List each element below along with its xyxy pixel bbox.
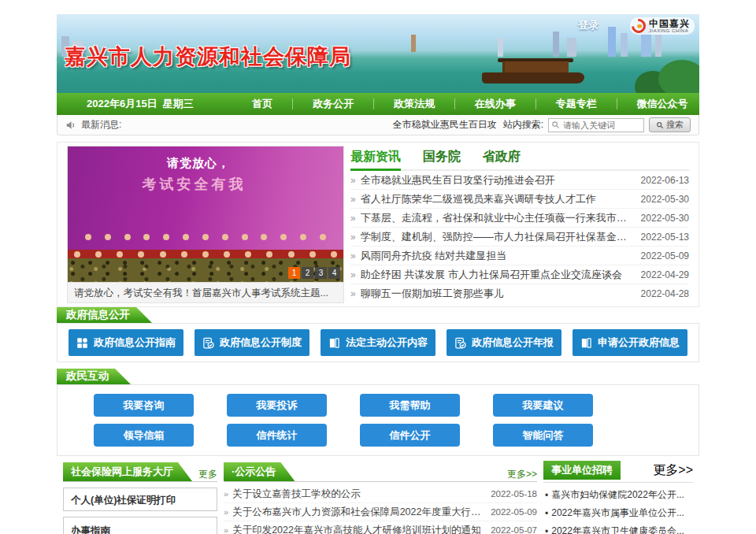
gov-info-section: 政府信息公开 政府信息公开指南 政府信息公开制度 法定主动公开内容 政府信息公开…: [57, 307, 699, 362]
news-item[interactable]: » 风雨同舟齐抗疫 结对共建显担当 2022-05-09: [350, 247, 689, 265]
public-notice-more-link[interactable]: 更多>>: [507, 468, 537, 481]
need-help-button[interactable]: 我需帮助: [360, 394, 460, 417]
recruitment-item-title[interactable]: 2022年嘉兴市卫生健康委员会...: [551, 525, 684, 534]
gov-info-guide-button[interactable]: 政府信息公开指南: [69, 329, 183, 356]
nav-item-policy[interactable]: 政策法规: [391, 97, 438, 111]
notice-item[interactable]: » 关于公布嘉兴市人力资源和社会保障局2022年度重大行政决策事... 2022…: [224, 503, 537, 521]
site-title: 嘉兴市人力资源和社会保障局: [65, 43, 351, 71]
nav-item-special[interactable]: 专题专栏: [553, 97, 600, 111]
request-disclosure-button[interactable]: 申请公开政府信息: [573, 329, 687, 356]
double-arrow-icon: »: [350, 175, 356, 186]
news-item-date: 2022-05-30: [633, 194, 689, 205]
button-label: 法定主动公开内容: [346, 336, 428, 350]
pager-page-3[interactable]: 3: [315, 267, 327, 279]
nav-separator: [617, 98, 617, 109]
public-notice-panel-title: ·公示公告: [224, 462, 295, 481]
interaction-buttons: 我要咨询 我要投诉 我需帮助 我要建议 领导信箱 信件统计 信件公开 智能问答: [57, 384, 699, 456]
pager-page-4[interactable]: 4: [328, 267, 340, 279]
recruitment-item[interactable]: • 嘉兴市妇幼保健院2022年公开...: [543, 486, 693, 504]
news-item[interactable]: » 学制度、建机制、强防控——市人力社保局召开社保基金要情专题学习会 2022-…: [350, 228, 689, 247]
news-item[interactable]: » 聊聊五一假期加班工资那些事儿 2022-04-28: [350, 284, 689, 303]
jiaxing-logo-icon: [628, 16, 648, 35]
button-label: 政府信息公开制度: [220, 336, 302, 350]
legal-disclosure-button[interactable]: 法定主动公开内容: [321, 329, 435, 356]
tab-state-council[interactable]: 国务院: [423, 146, 461, 169]
news-item-title[interactable]: 聊聊五一假期加班工资那些事儿: [361, 287, 504, 301]
leader-mailbox-button[interactable]: 领导信箱: [94, 424, 194, 447]
news-item[interactable]: » 省人社厅陈荣华二级巡视员来嘉兴调研专技人才工作 2022-05-30: [350, 190, 689, 209]
social-insurance-item-print[interactable]: 个人(单位)社保证明打印: [63, 488, 217, 511]
book-icon: [328, 337, 340, 349]
double-arrow-icon: »: [350, 288, 356, 299]
complaint-button[interactable]: 我要投诉: [227, 394, 327, 417]
login-link[interactable]: 登录: [578, 18, 598, 32]
skyline-building: [655, 35, 662, 57]
suggestion-button[interactable]: 我要建议: [493, 394, 593, 417]
news-item-title[interactable]: 下基层、走流程，省社保和就业中心主任项薇一行来我市调研“国统”上线情况: [361, 211, 633, 225]
letter-disclosure-button[interactable]: 信件公开: [360, 424, 460, 447]
search-button[interactable]: 搜索: [649, 117, 691, 132]
recruitment-more-link[interactable]: 更多>>: [653, 462, 693, 479]
news-tabs: 最新资讯 国务院 省政府: [350, 146, 689, 171]
carousel-photo[interactable]: 请党放心， 考试安全有我: [68, 146, 343, 282]
double-arrow-icon: »: [350, 269, 356, 280]
news-item[interactable]: » 助企纾困 共谋发展 市人力社保局召开重点企业交流座谈会 2022-04-29: [350, 265, 689, 284]
letter-stats-button[interactable]: 信件统计: [227, 424, 327, 447]
ticker-label: 最新消息:: [81, 118, 121, 132]
news-item-title[interactable]: 学制度、建机制、强防控——市人力社保局召开社保基金要情专题学习会: [361, 230, 633, 244]
notice-item-date: 2022-05-07: [484, 525, 537, 534]
recruitment-item[interactable]: • 2022年嘉兴市卫生健康委员会...: [543, 522, 693, 534]
news-item[interactable]: » 下基层、走流程，省社保和就业中心主任项薇一行来我市调研“国统”上线情况 20…: [350, 209, 689, 228]
bullet-icon: •: [545, 526, 548, 534]
annual-report-button[interactable]: 政府信息公开年报: [447, 329, 561, 356]
recruitment-item-title[interactable]: 2022年嘉兴市属事业单位公开...: [551, 506, 684, 520]
news-item-date: 2022-06-13: [633, 175, 689, 186]
ticker-message[interactable]: 全市稳就业惠民生百日攻: [393, 118, 497, 132]
pager-page-2[interactable]: 2: [302, 267, 313, 279]
nav-item-wechat[interactable]: 微信公众号: [634, 97, 691, 111]
nav-item-home[interactable]: 首页: [249, 97, 276, 111]
double-arrow-icon: »: [224, 489, 228, 499]
recruitment-item[interactable]: • 2022年嘉兴市属事业单位公开...: [543, 504, 693, 522]
news-item[interactable]: » 全市稳就业惠民生百日攻坚行动推进会召开 2022-06-13: [350, 171, 689, 190]
search-input[interactable]: [548, 118, 644, 132]
double-arrow-icon: »: [350, 250, 356, 261]
navbar-items: 首页 政务公开 政策法规 在线办事 专题专栏 微信公众号: [241, 97, 699, 111]
nav-separator: [536, 98, 536, 109]
news-item-date: 2022-04-28: [633, 288, 689, 299]
bullet-icon: •: [545, 490, 548, 501]
notice-item-title[interactable]: 关于设立嘉善技工学校的公示: [232, 488, 361, 501]
photo-people-front-row: [74, 251, 337, 258]
notice-item-title[interactable]: 关于印发2022年嘉兴市高技能人才研修培训班计划的通知: [232, 524, 480, 534]
skyline-building: [621, 33, 628, 57]
double-arrow-icon: »: [350, 232, 356, 243]
bullet-icon: •: [545, 508, 548, 519]
site-search-label: 站内搜索:: [503, 118, 543, 132]
gov-info-system-button[interactable]: 政府信息公开制度: [195, 329, 309, 356]
recruitment-panel-title: 事业单位招聘: [543, 461, 621, 480]
news-item-title[interactable]: 风雨同舟齐抗疫 结对共建显担当: [361, 249, 507, 263]
smart-qa-button[interactable]: 智能问答: [493, 424, 593, 447]
nav-item-online[interactable]: 在线办事: [472, 97, 519, 111]
notice-item-date: 2022-05-18: [484, 489, 537, 499]
social-insurance-more-link[interactable]: 更多: [198, 468, 217, 481]
double-arrow-icon: »: [224, 507, 228, 517]
nav-separator: [373, 98, 374, 109]
news-item-title[interactable]: 全市稳就业惠民生百日攻坚行动推进会召开: [361, 173, 555, 187]
news-item-title[interactable]: 省人社厅陈荣华二级巡视员来嘉兴调研专技人才工作: [361, 192, 596, 206]
tab-latest-news[interactable]: 最新资讯: [350, 146, 401, 171]
carousel-caption[interactable]: 请党放心，考试安全有我！首届嘉兴市人事考试系统主题...: [68, 282, 343, 302]
consult-button[interactable]: 我要咨询: [94, 394, 194, 417]
pager-page-1[interactable]: 1: [288, 267, 300, 279]
news-item-date: 2022-05-30: [633, 213, 689, 224]
nav-item-gov-info[interactable]: 政务公开: [309, 97, 357, 111]
recruitment-item-title[interactable]: 嘉兴市妇幼保健院2022年公开...: [551, 488, 684, 502]
notice-item-title[interactable]: 关于公布嘉兴市人力资源和社会保障局2022年度重大行政决策事...: [232, 506, 484, 519]
social-insurance-item-guide[interactable]: 办事指南: [63, 517, 217, 534]
photo-carousel[interactable]: 请党放心， 考试安全有我: [67, 146, 344, 303]
news-item-title[interactable]: 助企纾困 共谋发展 市人力社保局召开重点企业交流座谈会: [361, 268, 622, 282]
notice-item[interactable]: » 关于印发2022年嘉兴市高技能人才研修培训班计划的通知 2022-05-07: [224, 521, 537, 534]
notice-item[interactable]: » 关于设立嘉善技工学校的公示 2022-05-18: [224, 485, 537, 503]
tab-provincial-gov[interactable]: 省政府: [483, 146, 521, 169]
social-insurance-panel-title: 社会保险网上服务大厅: [63, 462, 192, 481]
